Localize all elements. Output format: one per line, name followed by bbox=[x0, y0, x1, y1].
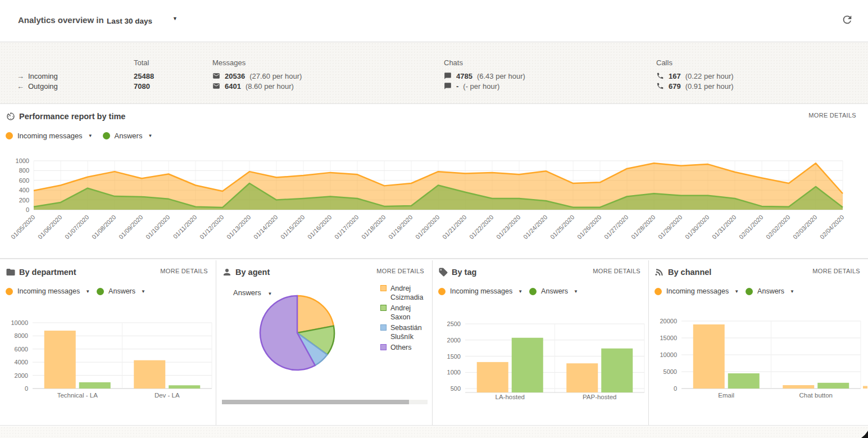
svg-text:2000: 2000 bbox=[15, 372, 28, 379]
pie-legend-item[interactable]: Others bbox=[380, 343, 432, 352]
folder-icon bbox=[6, 267, 16, 277]
messages-incoming-value: 20536 bbox=[225, 72, 245, 80]
svg-text:1500: 1500 bbox=[447, 353, 461, 360]
pie-legend-label: Sebastián Slušník bbox=[390, 323, 432, 341]
svg-text:LA-hosted: LA-hosted bbox=[496, 394, 525, 400]
answers-legend-caret-icon[interactable]: ▼ bbox=[790, 289, 794, 294]
svg-text:0: 0 bbox=[674, 385, 677, 392]
total-column-title: Total bbox=[134, 58, 149, 67]
agent-more-details-link[interactable]: MORE DETAILS bbox=[376, 268, 424, 274]
department-more-details-link[interactable]: MORE DETAILS bbox=[160, 268, 208, 274]
svg-text:PAP-hosted: PAP-hosted bbox=[583, 394, 617, 400]
pie-legend-item[interactable]: Andrej Csizmadia bbox=[380, 284, 432, 302]
svg-text:01/22/2020: 01/22/2020 bbox=[468, 214, 494, 240]
pie-legend-swatch bbox=[380, 305, 387, 311]
svg-text:01/30/2020: 01/30/2020 bbox=[684, 214, 710, 240]
incoming-label: Incoming bbox=[28, 72, 58, 80]
answers-legend-label[interactable]: Answers bbox=[757, 287, 784, 295]
messages-outgoing-rate: (8.60 per hour) bbox=[246, 82, 294, 91]
chats-outgoing-value: - bbox=[456, 82, 458, 91]
calls-outgoing-rate: (0.91 per hour) bbox=[685, 82, 734, 91]
phone-icon bbox=[656, 82, 664, 90]
svg-text:01/11/2020: 01/11/2020 bbox=[172, 214, 198, 240]
incoming-legend-dot bbox=[6, 288, 13, 295]
messages-column-title: Messages bbox=[212, 58, 246, 67]
answers-legend-label[interactable]: Answers bbox=[108, 287, 135, 295]
performance-report-panel: Performance report by time MORE DETAILS … bbox=[0, 105, 868, 259]
answers-legend-dot bbox=[97, 288, 104, 295]
svg-text:2000: 2000 bbox=[447, 337, 461, 344]
performance-panel-title: Performance report by time bbox=[19, 112, 125, 121]
svg-text:02/04/2020: 02/04/2020 bbox=[819, 214, 845, 240]
channel-more-details-link[interactable]: MORE DETAILS bbox=[812, 268, 860, 274]
app-header: Analytics overview in Last 30 days ▼ bbox=[0, 0, 868, 42]
scrollbar-thumb[interactable] bbox=[222, 400, 409, 404]
envelope-icon bbox=[212, 82, 220, 90]
tag-bar-chart[interactable]: 5001000150020002500LA-hostedPAP-hosted bbox=[433, 314, 648, 407]
chats-incoming-rate: (6.43 per hour) bbox=[477, 72, 525, 80]
messages-incoming-rate: (27.60 per hour) bbox=[249, 72, 302, 80]
incoming-legend-caret-icon[interactable]: ▼ bbox=[518, 289, 522, 294]
refresh-icon bbox=[841, 13, 853, 26]
svg-text:01/21/2020: 01/21/2020 bbox=[441, 214, 467, 240]
calls-incoming-rate: (0.22 per hour) bbox=[685, 72, 734, 80]
svg-text:Dev - LA: Dev - LA bbox=[154, 392, 180, 399]
department-bar-chart[interactable]: 0200040006000800010000Technical - LADev … bbox=[0, 314, 216, 407]
incoming-legend-dot bbox=[655, 288, 662, 295]
performance-more-details-link[interactable]: MORE DETAILS bbox=[808, 112, 856, 119]
refresh-button[interactable] bbox=[841, 13, 853, 26]
department-legend: Incoming messages ▼ Answers ▼ bbox=[6, 287, 152, 295]
calls-column-title: Calls bbox=[656, 58, 672, 67]
date-range-select[interactable]: Last 30 days bbox=[107, 16, 152, 26]
answers-legend-caret-icon[interactable]: ▼ bbox=[141, 289, 146, 294]
answers-legend-caret-icon[interactable]: ▼ bbox=[574, 289, 578, 294]
incoming-legend-caret-icon[interactable]: ▼ bbox=[734, 289, 739, 294]
svg-text:01/24/2020: 01/24/2020 bbox=[522, 214, 548, 240]
incoming-legend-caret-icon[interactable]: ▼ bbox=[88, 133, 93, 138]
outgoing-label: Outgoing bbox=[28, 82, 58, 91]
chats-outgoing-rate: (- per hour) bbox=[463, 82, 499, 91]
total-incoming-value: 25488 bbox=[134, 72, 154, 80]
channel-bar-chart[interactable]: 05000100001500020000EmailChat button bbox=[649, 314, 867, 407]
pie-legend-item[interactable]: Andrej Saxon bbox=[380, 304, 432, 322]
answers-legend-caret-icon[interactable]: ▼ bbox=[148, 133, 152, 138]
answers-legend-dot bbox=[746, 288, 753, 295]
agent-pie-chart[interactable] bbox=[255, 291, 339, 375]
stats-summary-band: → Incoming ← Outgoing Total 25488 7080 M… bbox=[0, 42, 868, 104]
svg-text:8000: 8000 bbox=[15, 332, 28, 339]
pie-legend-label: Andrej Saxon bbox=[390, 304, 432, 322]
answers-legend-label[interactable]: Answers bbox=[541, 287, 568, 295]
outgoing-row-label: ← Outgoing bbox=[17, 81, 58, 91]
total-incoming: 25488 bbox=[134, 71, 154, 81]
svg-text:01/20/2020: 01/20/2020 bbox=[414, 214, 440, 240]
chats-incoming: 4785 (6.43 per hour) bbox=[444, 71, 525, 81]
incoming-legend-label[interactable]: Incoming messages bbox=[450, 287, 512, 295]
svg-text:0: 0 bbox=[25, 385, 28, 392]
chat-bubble-icon bbox=[444, 72, 452, 80]
incoming-legend-label[interactable]: Incoming messages bbox=[666, 287, 729, 295]
svg-text:600: 600 bbox=[19, 177, 29, 184]
agent-panel-scrollbar[interactable] bbox=[222, 400, 428, 404]
tag-panel-title: By tag bbox=[452, 268, 476, 277]
chats-outgoing: - (- per hour) bbox=[444, 81, 499, 91]
svg-text:02/02/2020: 02/02/2020 bbox=[765, 214, 791, 240]
chats-column-title: Chats bbox=[444, 58, 463, 67]
timer-icon bbox=[6, 111, 16, 121]
calls-outgoing-value: 679 bbox=[669, 82, 681, 91]
tag-more-details-link[interactable]: MORE DETAILS bbox=[593, 268, 640, 274]
pie-legend-item[interactable]: Sebastián Slušník bbox=[380, 323, 432, 341]
svg-text:1000: 1000 bbox=[447, 369, 461, 376]
svg-text:01/15/2020: 01/15/2020 bbox=[279, 214, 306, 240]
incoming-legend-label[interactable]: Incoming messages bbox=[17, 287, 80, 295]
answers-legend-label[interactable]: Answers bbox=[115, 132, 143, 140]
time-area-chart[interactable]: 0200400600800100001/05/202001/06/202001/… bbox=[0, 156, 865, 259]
incoming-legend-label[interactable]: Incoming messages bbox=[17, 132, 83, 140]
incoming-legend-caret-icon[interactable]: ▼ bbox=[85, 289, 90, 294]
svg-text:0: 0 bbox=[26, 206, 29, 213]
date-range-caret-icon[interactable]: ▼ bbox=[172, 16, 178, 21]
calls-incoming: 167 (0.22 per hour) bbox=[656, 71, 734, 81]
tag-icon bbox=[438, 267, 448, 277]
calls-outgoing: 679 (0.91 per hour) bbox=[656, 81, 734, 91]
svg-text:2500: 2500 bbox=[447, 320, 461, 327]
date-range-value[interactable]: Last 30 days bbox=[107, 17, 152, 25]
